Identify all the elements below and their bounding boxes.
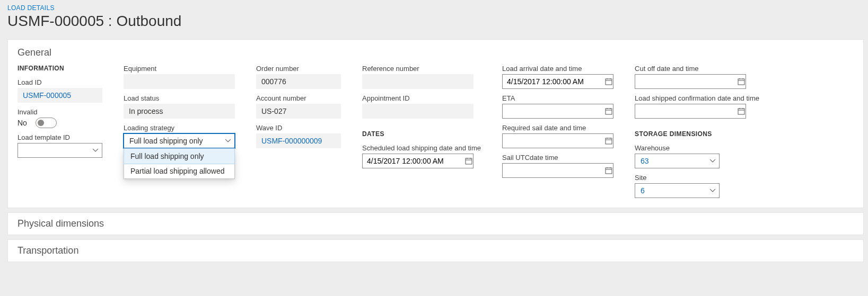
section-header-physical-dimensions: Physical dimensions [17, 218, 854, 229]
value-equipment [124, 74, 235, 89]
calendar-icon[interactable] [604, 75, 613, 88]
label-load-id: Load ID [17, 78, 102, 86]
section-transportation[interactable]: Transportation [7, 239, 864, 262]
section-header-general[interactable]: General [17, 47, 854, 58]
label-load-template-id: Load template ID [17, 133, 102, 141]
value-wave-id[interactable]: USMF-000000009 [256, 133, 341, 148]
loading-strategy-dropdown-list: Full load shipping only Partial load shi… [124, 148, 235, 179]
toggle-invalid[interactable] [36, 118, 57, 128]
label-warehouse: Warehouse [635, 144, 759, 152]
chevron-down-icon [92, 147, 99, 154]
label-sail-utc: Sail UTCdate time [502, 154, 613, 162]
section-header-transportation: Transportation [17, 245, 854, 256]
value-load-status: In process [124, 104, 235, 119]
value-warehouse: 63 [641, 157, 649, 165]
label-account-number: Account number [256, 94, 341, 102]
date-cutoff[interactable] [635, 74, 746, 89]
svg-rect-8 [606, 109, 612, 114]
label-wave-id: Wave ID [256, 124, 341, 132]
select-loading-strategy[interactable]: Full load shipping only [124, 133, 235, 148]
section-general: General INFORMATION Load ID USMF-000005 … [7, 39, 864, 208]
loading-strategy-option[interactable]: Full load shipping only [124, 148, 235, 164]
svg-rect-0 [466, 158, 472, 164]
value-reference-number [362, 74, 474, 89]
date-eta[interactable] [502, 104, 613, 119]
input-scheduled-ship[interactable] [363, 154, 464, 168]
svg-rect-12 [606, 138, 612, 144]
date-shipped-confirm[interactable] [635, 104, 746, 119]
page-title: USMF-000005 : Outbound [7, 13, 864, 30]
label-equipment: Equipment [124, 65, 235, 73]
group-heading-information: INFORMATION [17, 65, 102, 72]
label-load-arrival: Load arrival date and time [502, 65, 613, 73]
value-account-number: US-027 [256, 104, 341, 119]
input-eta[interactable] [503, 104, 604, 118]
label-load-status: Load status [124, 94, 235, 102]
label-shipped-confirm: Load shipped confirmation date and time [635, 94, 759, 102]
svg-rect-16 [606, 168, 612, 174]
label-appointment-id: Appointment ID [362, 94, 481, 102]
select-load-template-id[interactable] [17, 143, 102, 158]
loading-strategy-option[interactable]: Partial load shipping allowed [124, 164, 234, 178]
input-load-arrival[interactable] [503, 75, 604, 88]
date-scheduled-ship[interactable] [362, 154, 474, 168]
label-cutoff: Cut off date and time [635, 65, 759, 73]
date-sail-utc[interactable] [502, 163, 613, 178]
chevron-down-icon [709, 187, 716, 194]
svg-rect-4 [606, 79, 612, 85]
group-heading-storage-dimensions: STORAGE DIMENSIONS [635, 130, 759, 138]
label-invalid: Invalid [17, 108, 102, 116]
calendar-icon[interactable] [464, 154, 473, 168]
value-appointment-id [362, 104, 474, 119]
chevron-down-icon [709, 158, 716, 164]
calendar-icon[interactable] [604, 164, 613, 177]
label-eta: ETA [502, 94, 613, 102]
input-required-sail[interactable] [503, 134, 604, 148]
select-warehouse[interactable]: 63 [635, 154, 720, 168]
section-physical-dimensions[interactable]: Physical dimensions [7, 212, 864, 235]
label-order-number: Order number [256, 65, 341, 73]
calendar-icon[interactable] [604, 104, 613, 118]
svg-rect-20 [738, 79, 744, 85]
value-loading-strategy: Full load shipping only [129, 137, 203, 145]
select-site[interactable]: 6 [635, 183, 720, 198]
label-site: Site [635, 174, 759, 182]
input-shipped-confirm[interactable] [635, 104, 737, 118]
date-load-arrival[interactable] [502, 74, 613, 89]
input-cutoff[interactable] [635, 75, 737, 88]
label-loading-strategy: Loading strategy [124, 124, 235, 132]
value-site: 6 [641, 186, 645, 195]
label-required-sail: Required sail date and time [502, 124, 613, 132]
label-scheduled-ship: Scheduled load shipping date and time [362, 144, 481, 152]
group-heading-dates: DATES [362, 130, 481, 138]
value-load-id[interactable]: USMF-000005 [17, 88, 102, 103]
date-required-sail[interactable] [502, 133, 613, 148]
input-sail-utc[interactable] [503, 164, 604, 177]
svg-rect-24 [738, 109, 744, 114]
breadcrumb[interactable]: LOAD DETAILS [7, 4, 864, 12]
calendar-icon[interactable] [737, 104, 746, 118]
label-reference-number: Reference number [362, 65, 481, 73]
value-order-number: 000776 [256, 74, 341, 89]
calendar-icon[interactable] [737, 75, 746, 88]
chevron-down-icon [225, 138, 231, 144]
calendar-icon[interactable] [604, 134, 613, 148]
value-invalid: No [17, 119, 27, 127]
